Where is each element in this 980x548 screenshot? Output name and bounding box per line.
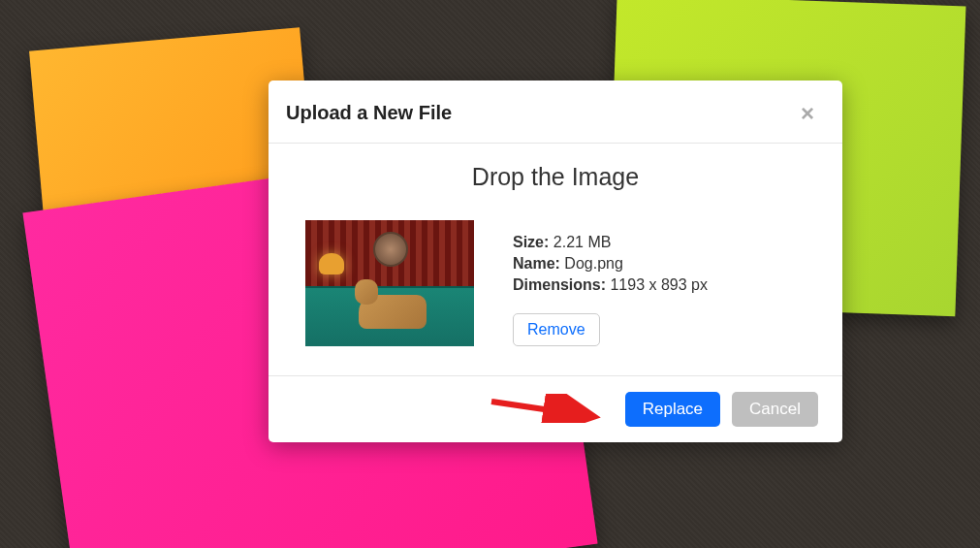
cancel-button[interactable]: Cancel [732, 392, 818, 427]
replace-button[interactable]: Replace [625, 392, 720, 427]
file-dimensions-label: Dimensions: [513, 276, 606, 293]
remove-button[interactable]: Remove [513, 313, 600, 346]
modal-title: Upload a New File [286, 102, 452, 124]
file-details: Size: 2.21 MB Name: Dog.png Dimensions: … [513, 220, 806, 346]
annotation-arrow-icon [487, 394, 603, 423]
modal-header: Upload a New File × [269, 81, 842, 144]
close-icon[interactable]: × [797, 102, 818, 125]
upload-file-modal: Upload a New File × Drop the Image Size:… [269, 81, 842, 442]
file-size-line: Size: 2.21 MB [513, 234, 806, 251]
file-name-label: Name: [513, 255, 560, 272]
file-content-row: Size: 2.21 MB Name: Dog.png Dimensions: … [286, 220, 825, 346]
svg-line-1 [491, 402, 584, 415]
file-size-value: 2.21 MB [553, 234, 612, 250]
modal-body: Drop the Image Size: 2.21 MB Name: Dog.p… [269, 144, 842, 375]
file-size-label: Size: [513, 234, 549, 250]
image-preview-thumbnail[interactable] [305, 220, 474, 346]
modal-footer: Replace Cancel [269, 375, 842, 442]
file-dimensions-value: 1193 x 893 px [610, 276, 708, 293]
drop-area-title: Drop the Image [286, 163, 825, 191]
file-dimensions-line: Dimensions: 1193 x 893 px [513, 276, 806, 294]
file-name-value: Dog.png [564, 255, 623, 272]
file-name-line: Name: Dog.png [513, 255, 806, 273]
